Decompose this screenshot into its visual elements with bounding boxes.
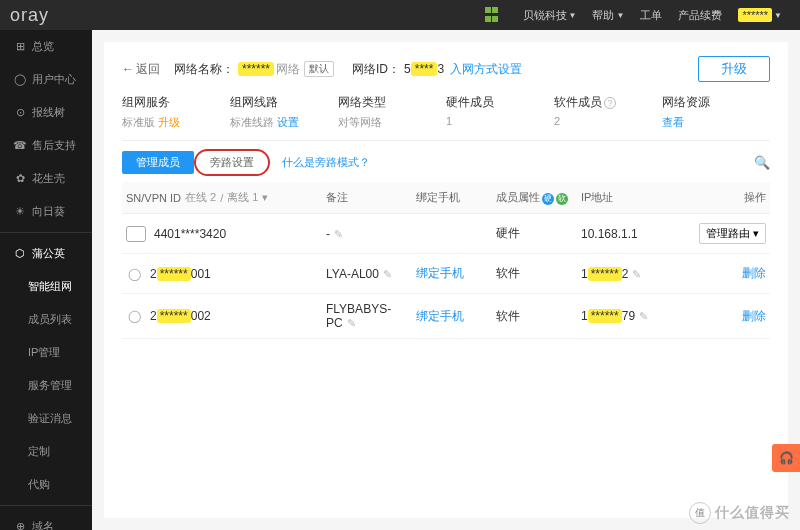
watermark-text: 什么值得买 <box>715 504 790 522</box>
edit-icon[interactable]: ✎ <box>632 268 641 280</box>
upgrade-link[interactable]: 升级 <box>158 116 180 128</box>
sidebar-proxy-buy[interactable]: 代购 <box>0 468 92 501</box>
help-icon[interactable]: ? <box>604 97 616 109</box>
apps-icon[interactable] <box>485 7 501 23</box>
nav-renew[interactable]: 产品续费 <box>678 8 722 23</box>
sidebar-sunflower[interactable]: ☀向日葵 <box>0 195 92 228</box>
floating-help-icon[interactable]: 🎧 <box>772 444 800 472</box>
upgrade-button[interactable]: 升级 <box>698 56 770 82</box>
person-icon: ◯ <box>126 308 142 324</box>
net-name-value: ****** <box>238 62 274 76</box>
user-icon: ◯ <box>14 73 26 86</box>
table-row: ◯2******001 LYA-AL00✎ 绑定手机 软件 1******2✎ … <box>122 254 770 294</box>
manage-route-button[interactable]: 管理路由 ▾ <box>699 223 766 244</box>
panel: 返回 网络名称： ****** 网络 默认 网络ID： 55*****3****… <box>104 42 788 518</box>
sidebar-verify-msg[interactable]: 验证消息 <box>0 402 92 435</box>
table-row: ◯2******002 FLYBABYS-PC✎ 绑定手机 软件 1******… <box>122 294 770 339</box>
line-setting-link[interactable]: 设置 <box>277 116 299 128</box>
sidebar: ⊞总览 ◯用户中心 ⊙报线树 ☎售后支持 ✿花生壳 ☀向日葵 ⬡蒲公英 智能组网… <box>0 30 92 530</box>
net-name-suffix: 网络 <box>276 61 300 78</box>
sidebar-smart-network[interactable]: 智能组网 <box>0 270 92 303</box>
tabs: 管理成员 旁路设置 什么是旁路模式？ 🔍 <box>122 149 770 176</box>
grid-icon: ⊞ <box>14 40 26 53</box>
watermark-badge: 值 <box>689 502 711 524</box>
search-icon[interactable]: 🔍 <box>754 155 770 170</box>
bind-phone-link[interactable]: 绑定手机 <box>416 309 464 323</box>
tab-manage-members[interactable]: 管理成员 <box>122 151 194 174</box>
headset-icon: ☎ <box>14 139 26 152</box>
back-button[interactable]: 返回 <box>122 61 160 78</box>
delete-link[interactable]: 删除 <box>742 309 766 323</box>
globe-icon: ⊕ <box>14 520 26 530</box>
sidebar-overview[interactable]: ⊞总览 <box>0 30 92 63</box>
watermark: 值 什么值得买 <box>689 502 790 524</box>
bind-phone-link[interactable]: 绑定手机 <box>416 266 464 280</box>
page-header: 返回 网络名称： ****** 网络 默认 网络ID： 55*****3****… <box>122 56 770 82</box>
card-sw: 软件成员? 2 <box>554 94 662 130</box>
badge-icon: 软 <box>556 193 568 205</box>
router-icon <box>126 226 146 242</box>
brand-logo: oray <box>10 5 49 26</box>
person-icon: ◯ <box>126 266 142 282</box>
sidebar-support[interactable]: ☎售后支持 <box>0 129 92 162</box>
card-resource: 网络资源 查看 <box>662 94 770 130</box>
sun-icon: ☀ <box>14 205 26 218</box>
tab-bypass-settings[interactable]: 旁路设置 <box>194 149 270 176</box>
card-line: 组网线路 标准线路 设置 <box>230 94 338 130</box>
dandelion-icon: ⬡ <box>14 247 26 260</box>
default-tag: 默认 <box>304 61 334 77</box>
filter-online[interactable]: 在线 2 <box>185 190 216 205</box>
net-id-value: 55*****3****3 <box>404 62 444 76</box>
net-id-label: 网络ID： <box>352 61 400 78</box>
sidebar-service-manage[interactable]: 服务管理 <box>0 369 92 402</box>
nav-company[interactable]: 贝锐科技▼ <box>523 8 577 23</box>
sidebar-pgy[interactable]: ⬡蒲公英 <box>0 237 92 270</box>
sidebar-ip-manage[interactable]: IP管理 <box>0 336 92 369</box>
main-content: 返回 网络名称： ****** 网络 默认 网络ID： 55*****3****… <box>92 30 800 530</box>
filter-offline[interactable]: 离线 1 <box>227 190 258 205</box>
view-resource-link[interactable]: 查看 <box>662 116 684 128</box>
card-service: 组网服务 标准版 升级 <box>122 94 230 130</box>
table-row: 4401****3420 -✎ 硬件 10.168.1.1 管理路由 ▾ <box>122 214 770 254</box>
nav-ticket[interactable]: 工单 <box>640 8 662 23</box>
card-type: 网络类型 对等网络 <box>338 94 446 130</box>
target-icon: ⊙ <box>14 106 26 119</box>
access-mode-link[interactable]: 入网方式设置 <box>450 61 522 78</box>
nav-help[interactable]: 帮助▼ <box>592 8 624 23</box>
nav-user[interactable]: ******▼ <box>738 8 782 22</box>
bypass-help-link[interactable]: 什么是旁路模式？ <box>282 155 370 170</box>
edit-icon[interactable]: ✎ <box>383 268 392 280</box>
info-cards: 组网服务 标准版 升级 组网线路 标准线路 设置 网络类型 对等网络 硬件成员 … <box>122 94 770 141</box>
topbar: oray 贝锐科技▼ 帮助▼ 工单 产品续费 ******▼ <box>0 0 800 30</box>
edit-icon[interactable]: ✎ <box>334 228 343 240</box>
table-header: SN/VPN ID在线 2 / 离线 1▾ 备注 绑定手机 成员属性硬软 IP地… <box>122 182 770 214</box>
delete-link[interactable]: 删除 <box>742 266 766 280</box>
peanut-icon: ✿ <box>14 172 26 185</box>
sidebar-baoxianshu[interactable]: ⊙报线树 <box>0 96 92 129</box>
sidebar-domain[interactable]: ⊕域名 <box>0 510 92 530</box>
badge-icon: 硬 <box>542 193 554 205</box>
net-name-label: 网络名称： <box>174 61 234 78</box>
members-table: SN/VPN ID在线 2 / 离线 1▾ 备注 绑定手机 成员属性硬软 IP地… <box>122 182 770 339</box>
edit-icon[interactable]: ✎ <box>639 310 648 322</box>
sidebar-hsk[interactable]: ✿花生壳 <box>0 162 92 195</box>
card-hw: 硬件成员 1 <box>446 94 554 130</box>
sidebar-user-center[interactable]: ◯用户中心 <box>0 63 92 96</box>
edit-icon[interactable]: ✎ <box>347 317 356 329</box>
sidebar-custom[interactable]: 定制 <box>0 435 92 468</box>
sidebar-member-list[interactable]: 成员列表 <box>0 303 92 336</box>
